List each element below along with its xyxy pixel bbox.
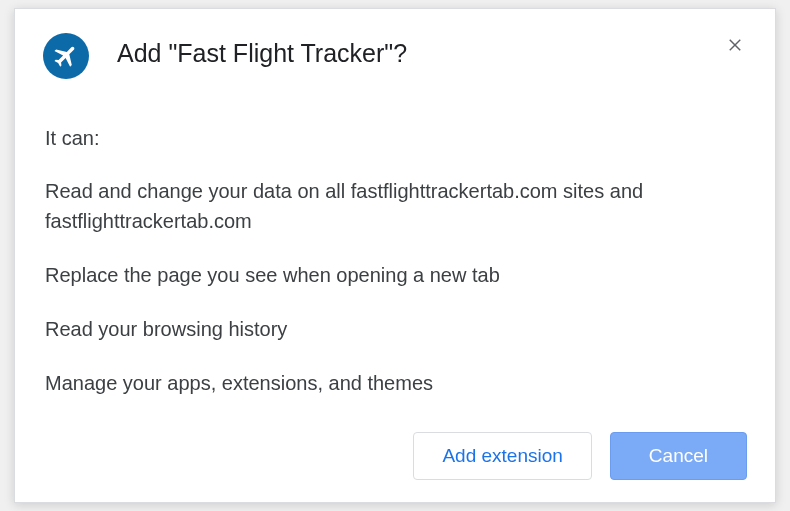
cancel-button[interactable]: Cancel xyxy=(610,432,747,480)
permission-item: Replace the page you see when opening a … xyxy=(45,260,747,290)
extension-icon xyxy=(43,33,89,79)
airplane-icon xyxy=(52,42,80,70)
dialog-buttons: Add extension Cancel xyxy=(413,432,747,480)
permissions-intro: It can: xyxy=(45,127,747,150)
close-button[interactable] xyxy=(719,29,751,61)
dialog-header: Add "Fast Flight Tracker"? xyxy=(43,33,747,79)
add-extension-button[interactable]: Add extension xyxy=(413,432,591,480)
permission-item: Read and change your data on all fastfli… xyxy=(45,176,747,236)
extension-install-dialog: Add "Fast Flight Tracker"? It can: Read … xyxy=(14,8,776,503)
close-icon xyxy=(726,36,744,54)
permission-item: Manage your apps, extensions, and themes xyxy=(45,368,747,398)
permissions-list: Read and change your data on all fastfli… xyxy=(45,176,747,398)
dialog-title: Add "Fast Flight Tracker"? xyxy=(117,39,407,68)
permission-item: Read your browsing history xyxy=(45,314,747,344)
